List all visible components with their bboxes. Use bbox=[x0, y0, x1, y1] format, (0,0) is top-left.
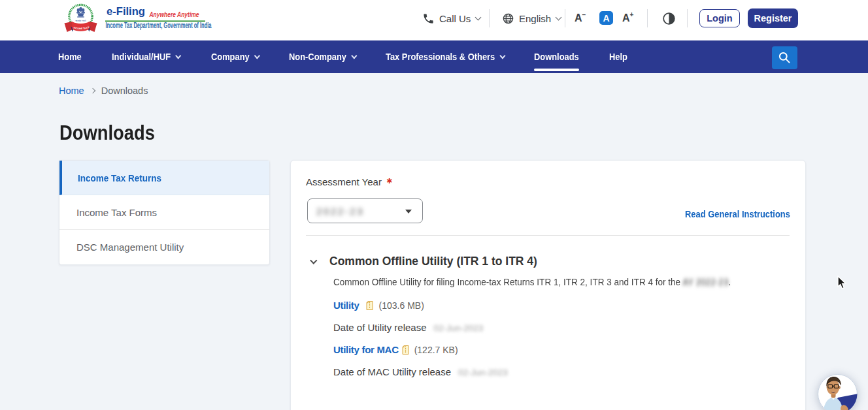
svg-text:सत्यमेव जयते: सत्यमेव जयते bbox=[75, 20, 86, 22]
svg-text:Anywhere Anytime: Anywhere Anytime bbox=[149, 10, 199, 18]
svg-text:e-Filing: e-Filing bbox=[107, 5, 145, 18]
svg-text:Income Tax Department, Governm: Income Tax Department, Government of Ind… bbox=[106, 21, 212, 30]
